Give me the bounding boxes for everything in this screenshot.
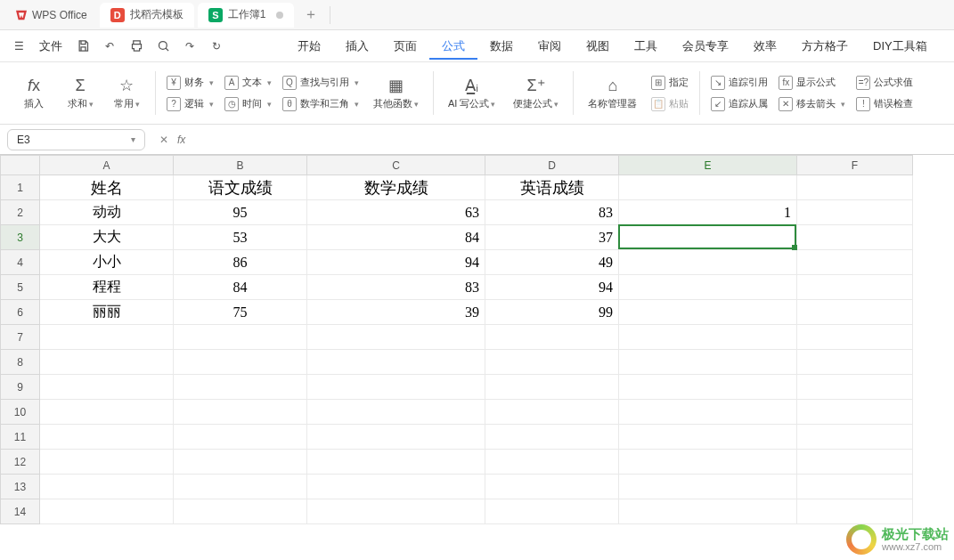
cell-F8[interactable] [797,350,913,375]
lookup-button[interactable]: Q查找与引用▾ [281,74,361,92]
cell-F11[interactable] [797,425,913,450]
menu-member[interactable]: 会员专享 [670,33,741,60]
menu-start[interactable]: 开始 [285,33,333,60]
preview-icon[interactable] [151,35,175,58]
name-box[interactable]: E3 ▾ [7,129,145,150]
cell-D11[interactable] [485,425,619,450]
cell-D2[interactable]: 83 [485,200,619,225]
other-fx-button[interactable]: ▦其他函数▾ [368,76,424,110]
assign-button[interactable]: ⊞指定 [649,74,690,92]
row-header-2[interactable]: 2 [1,200,40,225]
cell-E12[interactable] [619,450,797,475]
cell-D3[interactable]: 37 [485,225,619,250]
cell-B1[interactable]: 语文成绩 [174,175,307,200]
cell-B7[interactable] [174,325,307,350]
cell-E4[interactable] [619,250,797,275]
row-header-8[interactable]: 8 [1,350,40,375]
menu-insert[interactable]: 插入 [333,33,381,60]
row-header-9[interactable]: 9 [1,375,40,400]
show-fx-button[interactable]: fx显示公式 [777,74,847,92]
tab-template[interactable]: D 找稻壳模板 [100,3,194,28]
cell-B13[interactable] [174,475,307,499]
cell-B6[interactable]: 75 [174,300,307,325]
cell-E9[interactable] [619,375,797,400]
cell-B8[interactable] [174,350,307,375]
cell-A11[interactable] [40,425,174,450]
fx-label[interactable]: fx [177,134,185,146]
cell-E6[interactable] [619,300,797,325]
cell-F13[interactable] [797,475,913,499]
redo-icon[interactable]: ↷ [178,35,201,58]
save-icon[interactable] [71,35,94,58]
cell-F3[interactable] [797,225,913,250]
cell-C3[interactable]: 84 [307,225,485,250]
row-header-5[interactable]: 5 [1,275,40,300]
cell-E1[interactable] [619,175,797,200]
cell-F5[interactable] [797,275,913,300]
name-box-dropdown-icon[interactable]: ▾ [131,134,135,144]
row-header-3[interactable]: 3 [1,225,40,250]
cell-A6[interactable]: 丽丽 [40,300,174,325]
cell-E11[interactable] [619,425,797,450]
insert-fx-button[interactable]: fx插入 [14,76,53,110]
cell-F9[interactable] [797,375,913,400]
row-header-6[interactable]: 6 [1,300,40,325]
cell-F6[interactable] [797,300,913,325]
cell-F10[interactable] [797,400,913,425]
cell-A13[interactable] [40,475,174,499]
cell-E13[interactable] [619,475,797,499]
cell-B9[interactable] [174,375,307,400]
cell-D7[interactable] [485,325,619,350]
row-header-4[interactable]: 4 [1,250,40,275]
cell-E5[interactable] [619,275,797,300]
cell-A7[interactable] [40,325,174,350]
cell-C1[interactable]: 数学成绩 [307,175,485,200]
text-button[interactable]: A文本▾ [223,74,273,92]
row-header-13[interactable]: 13 [1,475,40,499]
cell-F1[interactable] [797,175,913,200]
common-button[interactable]: ☆常用▾ [107,76,146,110]
cell-C11[interactable] [307,425,485,450]
row-header-14[interactable]: 14 [1,499,40,524]
cell-C6[interactable]: 39 [307,300,485,325]
cell-A9[interactable] [40,375,174,400]
col-header-D[interactable]: D [485,156,619,175]
row-header-12[interactable]: 12 [1,450,40,475]
print-icon[interactable] [125,35,148,58]
cell-C7[interactable] [307,325,485,350]
paste-name-button[interactable]: 📋粘贴 [649,95,690,113]
spreadsheet-grid[interactable]: ABCDEF1姓名语文成绩数学成绩英语成绩2动动95638313大大538437… [0,155,954,524]
cell-A5[interactable]: 程程 [40,275,174,300]
cell-B3[interactable]: 53 [174,225,307,250]
fx-eval-button[interactable]: =?公式求值 [854,74,915,92]
cell-C8[interactable] [307,350,485,375]
cell-E10[interactable] [619,400,797,425]
col-header-A[interactable]: A [40,156,174,175]
cell-B2[interactable]: 95 [174,200,307,225]
menu-diy[interactable]: DIY工具箱 [860,33,940,60]
cell-F12[interactable] [797,450,913,475]
cell-A2[interactable]: 动动 [40,200,174,225]
cell-D5[interactable]: 94 [485,275,619,300]
menu-page[interactable]: 页面 [381,33,429,60]
menu-ffgz[interactable]: 方方格子 [789,33,860,60]
cell-C12[interactable] [307,450,485,475]
name-manager-button[interactable]: ⌂名称管理器 [583,76,642,110]
trace-dep-button[interactable]: ↙追踪从属 [709,95,770,113]
trace-ref-button[interactable]: ↘追踪引用 [709,74,770,92]
menu-data[interactable]: 数据 [477,33,526,60]
menu-review[interactable]: 审阅 [526,33,574,60]
cell-B10[interactable] [174,400,307,425]
cell-E3[interactable] [619,225,797,250]
col-header-F[interactable]: F [797,156,913,175]
ai-write-button[interactable]: A̲ᵢAI 写公式▾ [443,76,501,110]
row-header-7[interactable]: 7 [1,325,40,350]
menu-tools[interactable]: 工具 [622,33,670,60]
add-tab-button[interactable]: ＋ [299,4,322,27]
cell-B12[interactable] [174,450,307,475]
finance-button[interactable]: ¥财务▾ [165,74,216,92]
cell-A3[interactable]: 大大 [40,225,174,250]
cell-B14[interactable] [174,499,307,524]
row-header-11[interactable]: 11 [1,425,40,450]
cell-F7[interactable] [797,325,913,350]
